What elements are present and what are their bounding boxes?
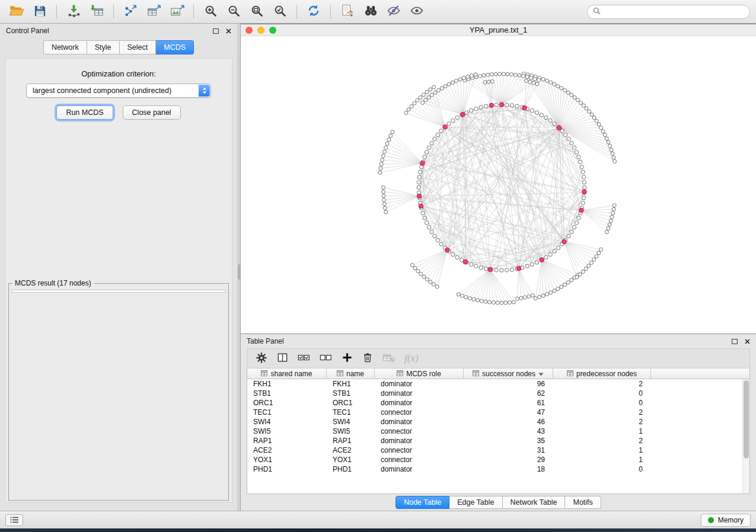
show-columns-icon[interactable] — [277, 352, 288, 365]
import-table-button[interactable] — [86, 3, 107, 21]
network-window-titlebar: YPA_prune.txt_1 — [241, 24, 756, 36]
table-toolbar: f(x) — [247, 348, 750, 368]
column-header-shared-name[interactable]: shared name — [247, 368, 327, 379]
column-header-name[interactable]: name — [327, 368, 375, 379]
table-row-swi5[interactable]: SWI5SWI5connector431 — [247, 427, 749, 436]
export-table-button[interactable] — [143, 3, 164, 21]
column-header-mcds-role[interactable]: MCDS role — [375, 368, 464, 379]
tab-select[interactable]: Select — [120, 40, 157, 55]
mcds-result-box: MCDS result (17 nodes) PHD1CAR1STP4TID3Y… — [8, 279, 229, 501]
delete-column-trash-icon[interactable] — [362, 352, 373, 365]
share-document-button[interactable] — [337, 3, 358, 21]
tab-motifs[interactable]: Motifs — [565, 496, 601, 509]
splitter-grip[interactable] — [238, 264, 240, 280]
memory-button[interactable]: Memory — [701, 514, 751, 527]
search-input[interactable] — [604, 8, 744, 16]
cell-successor_nodes: 29 — [464, 455, 553, 464]
memory-status-dot-icon — [708, 517, 714, 523]
table-column-icon — [261, 370, 267, 378]
binoculars-icon — [363, 4, 378, 20]
close-panel-icon[interactable] — [226, 28, 231, 34]
zoom-out-button[interactable] — [223, 3, 244, 21]
cell-predecessor_nodes: 2 — [553, 417, 651, 427]
network-window: YPA_prune.txt_1 — [241, 24, 756, 334]
export-image-button[interactable] — [166, 3, 187, 21]
add-column-icon[interactable] — [342, 352, 353, 365]
float-panel-icon[interactable] — [732, 339, 738, 344]
save-session-button[interactable] — [29, 3, 50, 21]
cell-name: SWI5 — [327, 427, 375, 436]
task-history-button[interactable] — [5, 514, 23, 526]
zoom-fit-button[interactable] — [246, 3, 267, 21]
refresh-layout-button[interactable] — [303, 3, 324, 21]
panel-splitter[interactable] — [237, 24, 241, 511]
tab-style[interactable]: Style — [87, 40, 120, 55]
cell-mcds_role: dominator — [375, 464, 464, 474]
table-tabs: Node TableEdge TableNetwork TableMotifs — [241, 494, 756, 511]
close-panel-icon[interactable] — [745, 339, 750, 344]
cytoscape-app: Control Panel NetworkStyleSelectMCDS Opt… — [0, 0, 756, 532]
cell-shared_name: ACE2 — [247, 446, 327, 455]
table-scrollbar[interactable] — [742, 379, 749, 493]
cell-name: ORC1 — [327, 398, 375, 408]
cell-shared_name: PHD1 — [247, 464, 327, 474]
cell-name: STB1 — [327, 389, 375, 398]
column-header-predecessor-nodes[interactable]: predecessor nodes — [553, 368, 651, 379]
run-mcds-button[interactable]: Run MCDS — [56, 105, 113, 120]
search-box — [587, 5, 750, 19]
cell-mcds_role: connector — [375, 427, 464, 436]
cell-successor_nodes: 62 — [464, 389, 553, 398]
tab-edge-table[interactable]: Edge Table — [449, 496, 502, 509]
deselect-all-rows-icon[interactable] — [320, 352, 332, 365]
column-header-successor-nodes[interactable]: successor nodes — [464, 368, 553, 379]
hide-annotations-button[interactable] — [383, 3, 404, 21]
cell-predecessor_nodes: 2 — [553, 436, 651, 446]
table-row-yox1[interactable]: YOX1YOX1connector291 — [247, 455, 749, 464]
cell-successor_nodes: 46 — [464, 417, 553, 427]
export-network-button[interactable] — [120, 3, 141, 21]
tab-mcds[interactable]: MCDS — [156, 40, 194, 55]
export-table-icon — [146, 4, 161, 20]
cell-name: ACE2 — [327, 446, 375, 455]
table-row-orc1[interactable]: ORC1ORC1dominator610 — [247, 398, 749, 408]
table-row-phd1[interactable]: PHD1PHD1dominator180 — [247, 464, 749, 474]
right-column: YPA_prune.txt_1 Table Panel — [241, 24, 756, 511]
zoom-selected-icon — [273, 4, 287, 20]
table-row-fkh1[interactable]: FKH1FKH1dominator962 — [247, 379, 749, 389]
table-body: FKH1FKH1dominator962STB1STB1dominator620… — [247, 379, 749, 493]
result-node-phd1[interactable]: PHD1 — [17, 292, 225, 293]
table-row-swi4[interactable]: SWI4SWI4dominator462 — [247, 417, 749, 427]
open-file-button[interactable] — [6, 3, 27, 21]
cell-predecessor_nodes: 2 — [553, 379, 651, 389]
optimization-label: Optimization criterion: — [81, 69, 156, 78]
cell-successor_nodes: 18 — [464, 464, 553, 474]
table-settings-gear-icon[interactable] — [256, 352, 267, 366]
tab-node-table[interactable]: Node Table — [395, 496, 449, 509]
desktop-background-strip — [0, 528, 756, 532]
import-network-button[interactable] — [63, 3, 84, 21]
fx-function-builder-icon: f(x) — [404, 352, 419, 364]
zoom-in-button[interactable] — [200, 3, 221, 21]
search-icon — [593, 7, 601, 17]
close-panel-button[interactable]: Close panel — [123, 105, 181, 120]
share-document-icon — [340, 4, 355, 20]
criterion-dropdown[interactable]: largest connected component (undirected) — [26, 84, 211, 98]
zoom-selected-button[interactable] — [269, 3, 291, 21]
control-panel-tabs: NetworkStyleSelectMCDS — [0, 40, 237, 55]
table-row-rap1[interactable]: RAP1RAP1dominator352 — [247, 436, 749, 446]
table-row-ace2[interactable]: ACE2ACE2connector311 — [247, 446, 749, 455]
tab-network-table[interactable]: Network Table — [503, 496, 566, 509]
network-canvas[interactable] — [241, 36, 756, 334]
show-annotations-button[interactable] — [406, 3, 428, 21]
select-all-rows-icon[interactable] — [298, 352, 310, 365]
table-row-tec1[interactable]: TEC1TEC1connector472 — [247, 408, 749, 417]
table-row-stb1[interactable]: STB1STB1dominator620 — [247, 389, 749, 398]
scrollbar-thumb[interactable] — [744, 380, 749, 459]
search-network-button[interactable] — [360, 3, 381, 21]
float-panel-icon[interactable] — [213, 28, 219, 34]
cell-successor_nodes: 96 — [464, 379, 553, 389]
cell-predecessor_nodes: 1 — [553, 455, 651, 464]
memory-label: Memory — [718, 516, 744, 524]
cell-mcds_role: dominator — [375, 417, 464, 427]
tab-network[interactable]: Network — [43, 40, 87, 55]
